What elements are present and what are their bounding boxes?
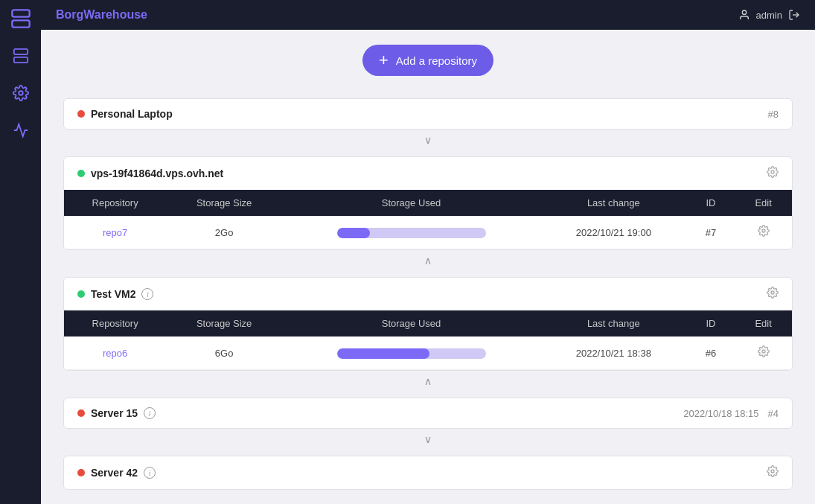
svg-point-9 [742,10,746,14]
server-number-personal-laptop: #8 [768,109,779,120]
status-dot-green-testvm2 [77,290,85,298]
info-icon-server42: i [144,467,156,479]
add-repo-container: + Add a repository [63,45,793,76]
logout-icon[interactable] [788,9,800,21]
storage-bar-vps-repo7 [337,228,486,238]
table-row: repo7 2Go 2022/10/21 19:00 #7 [64,216,792,249]
repo-edit-icon-vps-repo7[interactable] [758,226,770,239]
svg-rect-5 [13,57,27,63]
sidebar-logo [0,0,41,37]
server-header-server42: Server 42 i [64,456,792,489]
repo-last-change-cell-vm2: 2022/10/21 18:38 [540,336,687,370]
sidebar-item-activity[interactable] [0,112,41,149]
server-header-left: Personal Laptop [77,108,173,120]
add-repo-label: Add a repository [396,54,477,67]
col-repository: Repository [64,190,166,216]
repo-edit-cell-vm2 [735,336,792,370]
server-header-left-testvm2: Test VM2 i [77,288,153,300]
repo-storage-used-cell-vm2 [282,336,540,370]
server-gear-icon-server42[interactable] [767,465,779,480]
server-header-right-server42 [767,465,779,480]
svg-rect-4 [13,49,27,54]
col-storage-size: Storage Size [166,190,282,216]
repo-edit-cell [735,216,792,249]
server-header-server15: Server 15 i 2022/10/18 18:15 #4 [64,398,792,428]
chevron-up-icon-testvm2: ∧ [424,375,432,387]
server-name-vps: vps-19f41864d.vps.ovh.net [91,168,223,179]
server-header-right-testvm2 [767,287,779,302]
chevron-up-icon: ∧ [424,255,432,267]
main-content: + Add a repository Personal Laptop #8 ∨ [41,30,815,504]
storage-bar-testvm2-repo6 [337,348,486,359]
col-storage-used-vm2: Storage Used [282,310,540,336]
server-card-server42: Server 42 i [63,456,793,490]
chevron-toggle-personal-laptop[interactable]: ∨ [63,130,793,150]
server-name-server42: Server 42 [91,467,138,479]
app-brand: BorgWarehouse [56,8,147,22]
col-storage-used: Storage Used [282,190,540,216]
user-area: admin [738,9,800,21]
col-edit-vm2: Edit [735,310,792,336]
server-section-server42: Server 42 i [63,456,793,490]
table-row: repo6 6Go 2022/10/21 18:38 #6 [64,336,792,370]
col-repository-vm2: Repository [64,310,166,336]
server-number-server15: #4 [768,408,779,419]
server-header-right-vps [767,166,779,181]
repo-name-cell-vm2: repo6 [64,336,166,370]
server-header-right-server15: 2022/10/18 18:15 #4 [683,408,779,419]
repo-storage-size-cell: 2Go [166,216,282,249]
server-header-testvm2: Test VM2 i [64,278,792,310]
server-section-vps: vps-19f41864d.vps.ovh.net Repository [63,156,793,271]
repo-id-cell-vm2: #6 [687,336,735,370]
repo-last-change-cell: 2022/10/21 19:00 [540,216,687,249]
repo-table-testvm2: Repository Storage Size Storage Used Las… [64,310,792,370]
server-name-testvm2: Test VM2 [91,288,135,300]
plus-icon: + [379,52,389,68]
server-card-vps: vps-19f41864d.vps.ovh.net Repository [63,156,793,250]
repo-name-link[interactable]: repo7 [103,227,127,238]
status-dot-red-server42 [77,469,85,476]
chevron-toggle-server15[interactable]: ∨ [63,429,793,450]
repo-name-link-vm2[interactable]: repo6 [103,348,127,359]
storage-bar-fill-vps-repo7 [337,228,370,238]
info-icon-testvm2: i [141,288,153,300]
svg-point-15 [771,470,774,473]
server-last-change-server15: 2022/10/18 18:15 [683,408,758,419]
chevron-toggle-testvm2[interactable]: ∧ [63,371,793,392]
repo-table-vps: Repository Storage Size Storage Used Las… [64,190,792,249]
server-header-left-server15: Server 15 i [77,407,156,419]
server-name-personal-laptop: Personal Laptop [91,108,173,120]
server-card-server15: Server 15 i 2022/10/18 18:15 #4 [63,398,793,429]
server-header-vps: vps-19f41864d.vps.ovh.net [64,157,792,190]
col-last-change-vm2: Last change [540,310,687,336]
server-section-testvm2: Test VM2 i Repository Stora [63,277,793,392]
col-last-change: Last change [540,190,687,216]
server-header-left-server42: Server 42 i [77,467,156,479]
repo-edit-icon-testvm2-repo6[interactable] [758,347,770,360]
svg-point-11 [771,170,774,173]
sidebar-item-repositories[interactable] [0,37,41,74]
add-repository-button[interactable]: + Add a repository [362,45,493,76]
server-gear-icon-vps[interactable] [767,166,779,181]
server-card-personal-laptop: Personal Laptop #8 [63,98,793,130]
server-gear-icon-testvm2[interactable] [767,287,779,302]
storage-bar-fill-testvm2-repo6 [337,348,429,359]
repo-storage-size-cell-vm2: 6Go [166,336,282,370]
sidebar-item-settings[interactable] [0,74,41,112]
status-dot-red-server15 [77,409,85,417]
status-dot-green-vps [77,170,85,177]
svg-point-13 [771,291,774,294]
col-edit: Edit [735,190,792,216]
username: admin [756,10,782,21]
info-icon-server15: i [144,407,156,419]
chevron-toggle-vps[interactable]: ∧ [63,250,793,271]
table-header-row-testvm2: Repository Storage Size Storage Used Las… [64,310,792,336]
sidebar [0,0,41,504]
svg-point-12 [762,229,765,232]
topbar: BorgWarehouse admin [41,0,815,30]
server-section-personal-laptop: Personal Laptop #8 ∨ [63,98,793,150]
col-id-vm2: ID [687,310,735,336]
col-storage-size-vm2: Storage Size [166,310,282,336]
col-id: ID [687,190,735,216]
server-card-testvm2: Test VM2 i Repository Stora [63,277,793,371]
